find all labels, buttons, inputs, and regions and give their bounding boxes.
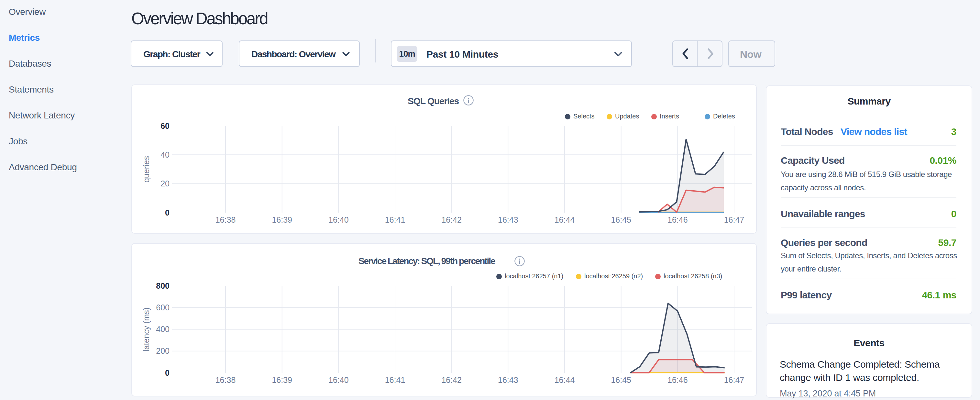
svg-text:16:41: 16:41 <box>385 215 406 224</box>
svg-text:16:46: 16:46 <box>667 215 688 224</box>
svg-text:16:47: 16:47 <box>724 215 745 224</box>
svg-text:16:43: 16:43 <box>498 375 518 384</box>
svg-text:16:47: 16:47 <box>724 375 745 384</box>
svg-text:0: 0 <box>165 208 170 217</box>
svg-text:16:46: 16:46 <box>667 375 688 384</box>
svg-text:16:40: 16:40 <box>328 215 349 224</box>
svg-text:16:44: 16:44 <box>555 375 575 384</box>
svg-text:16:45: 16:45 <box>611 215 631 224</box>
svg-text:16:45: 16:45 <box>611 375 631 384</box>
svg-text:16:43: 16:43 <box>498 215 518 224</box>
svg-text:16:42: 16:42 <box>441 375 462 384</box>
svg-text:16:42: 16:42 <box>441 215 462 224</box>
svg-text:60: 60 <box>161 121 170 131</box>
svg-text:20: 20 <box>161 179 170 188</box>
svg-text:16:40: 16:40 <box>328 375 349 384</box>
svg-text:16:44: 16:44 <box>555 215 575 224</box>
svg-text:40: 40 <box>161 150 170 159</box>
svg-text:16:38: 16:38 <box>215 215 236 224</box>
svg-text:200: 200 <box>156 346 170 355</box>
svg-text:600: 600 <box>156 303 170 312</box>
svg-text:400: 400 <box>156 325 170 334</box>
svg-text:16:38: 16:38 <box>215 375 236 384</box>
svg-text:16:39: 16:39 <box>272 215 292 224</box>
svg-text:0: 0 <box>165 368 170 377</box>
svg-text:16:41: 16:41 <box>385 375 406 384</box>
svg-text:800: 800 <box>156 281 170 290</box>
svg-text:queries: queries <box>142 156 151 183</box>
svg-text:16:39: 16:39 <box>272 375 292 384</box>
svg-text:latency (ms): latency (ms) <box>142 308 151 351</box>
